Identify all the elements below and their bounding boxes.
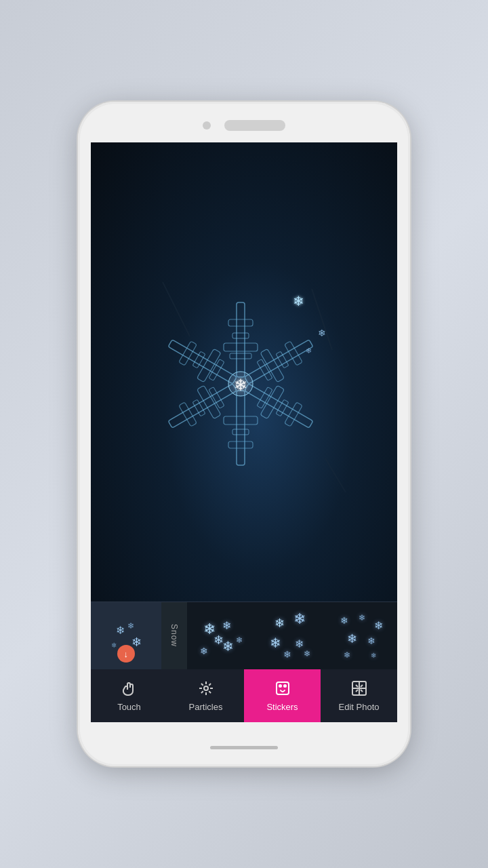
stickers-tool-button[interactable]: Stickers — [244, 669, 321, 722]
svg-rect-62 — [277, 682, 289, 694]
svg-text:❄: ❄ — [359, 613, 365, 623]
svg-text:❄: ❄ — [371, 652, 376, 659]
edit-photo-label: Edit Photo — [339, 702, 380, 712]
svg-text:❄: ❄ — [293, 294, 304, 309]
svg-text:❄: ❄ — [318, 328, 326, 338]
main-crystal: ❄ ❄ ❄ — [136, 269, 352, 499]
svg-rect-3 — [237, 302, 245, 377]
svg-text:❄: ❄ — [116, 625, 125, 636]
svg-text:❄: ❄ — [111, 642, 117, 649]
svg-text:❄: ❄ — [214, 633, 224, 647]
svg-rect-18 — [237, 391, 245, 465]
download-badge[interactable]: ↓ — [117, 645, 135, 663]
svg-rect-19 — [228, 441, 253, 448]
screen: ❄ ❄ ❄ — [91, 142, 397, 722]
large-flakes-preview: ❄ ❄ ❄ ❄ ❄ ❄ — [191, 605, 253, 667]
svg-point-64 — [284, 685, 286, 687]
svg-text:❄: ❄ — [374, 620, 383, 631]
particles-label: Particles — [189, 702, 223, 712]
sticker-category-label: Snow — [161, 602, 187, 669]
particles-tool-button[interactable]: Particles — [167, 669, 244, 722]
edit-photo-tool-button[interactable]: Edit Photo — [321, 669, 397, 722]
mixed-flakes-preview: ❄ ❄ ❄ ❄ ❄ ❄ — [261, 605, 323, 667]
svg-rect-15 — [276, 399, 289, 416]
svg-text:❄: ❄ — [236, 635, 243, 645]
svg-text:❄: ❄ — [283, 649, 291, 660]
svg-rect-8 — [245, 339, 313, 383]
svg-point-63 — [279, 685, 281, 687]
svg-rect-4 — [228, 319, 253, 326]
svg-text:❄: ❄ — [274, 616, 285, 630]
touch-tool-button[interactable]: Touch — [91, 669, 167, 722]
svg-rect-20 — [232, 429, 249, 435]
svg-text:❄: ❄ — [293, 610, 306, 627]
svg-point-61 — [204, 686, 208, 690]
svg-rect-24 — [192, 399, 205, 416]
svg-text:❄: ❄ — [222, 620, 231, 631]
svg-text:❄: ❄ — [270, 635, 281, 650]
svg-text:❄: ❄ — [200, 646, 208, 656]
svg-line-0 — [163, 282, 190, 336]
home-indicator — [210, 746, 278, 749]
svg-rect-6 — [224, 343, 258, 351]
toolbar: Touch Particles — [91, 669, 397, 722]
svg-rect-13 — [245, 383, 313, 427]
svg-text:❄: ❄ — [344, 650, 350, 660]
svg-text:❄: ❄ — [222, 639, 234, 654]
sticker-item-mixed-flakes[interactable]: ❄ ❄ ❄ ❄ ❄ ❄ — [257, 602, 327, 669]
phone-top-bar — [78, 102, 410, 142]
svg-rect-7 — [230, 353, 251, 359]
particles-icon — [198, 680, 214, 699]
edit-photo-icon — [351, 680, 367, 699]
stickers-label: Stickers — [266, 702, 298, 712]
svg-rect-21 — [224, 416, 258, 425]
svg-text:❄: ❄ — [234, 376, 247, 394]
sticker-item-large-flakes[interactable]: ❄ ❄ ❄ ❄ ❄ ❄ — [187, 602, 258, 669]
sticker-item-preview[interactable]: ❄ ❄ ❄ ❄ ❄ ↓ — [91, 602, 161, 669]
sticker-item-small-flakes[interactable]: ❄ ❄ ❄ ❄ ❄ ❄ ❄ — [327, 602, 398, 669]
svg-rect-5 — [232, 333, 249, 338]
sticker-strip: ❄ ❄ ❄ ❄ ❄ ↓ Snow ❄ ❄ ❄ — [91, 601, 397, 669]
svg-rect-22 — [168, 383, 237, 427]
photo-area[interactable]: ❄ ❄ ❄ — [91, 142, 397, 601]
phone-shell: ❄ ❄ ❄ — [78, 102, 410, 766]
phone-bottom-bar — [78, 729, 410, 766]
speaker-grille — [224, 120, 285, 131]
svg-text:❄: ❄ — [306, 347, 312, 355]
svg-rect-29 — [192, 351, 205, 368]
stickers-icon — [274, 680, 291, 699]
svg-text:❄: ❄ — [127, 621, 134, 631]
svg-text:❄: ❄ — [347, 632, 357, 646]
svg-text:❄: ❄ — [340, 615, 348, 626]
touch-label: Touch — [117, 702, 141, 712]
svg-text:❄: ❄ — [304, 649, 310, 658]
svg-line-1 — [312, 289, 332, 350]
svg-text:❄: ❄ — [367, 635, 375, 646]
touch-icon — [121, 680, 138, 699]
svg-text:❄: ❄ — [131, 635, 142, 649]
svg-rect-10 — [276, 351, 289, 368]
svg-text:❄: ❄ — [295, 638, 304, 650]
small-flakes-preview: ❄ ❄ ❄ ❄ ❄ ❄ ❄ — [331, 605, 393, 667]
camera-dot — [203, 121, 211, 130]
svg-line-2 — [325, 458, 346, 492]
svg-rect-27 — [168, 339, 237, 383]
